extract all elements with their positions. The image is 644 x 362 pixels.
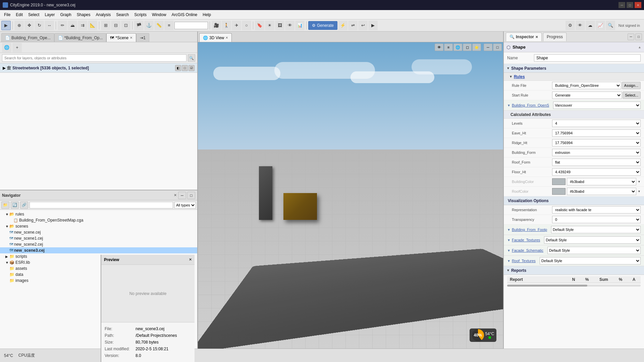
orbit-mode-btn[interactable]: ○ [242,21,251,30]
rule-tool[interactable]: 📏 [154,21,164,30]
settings-btn[interactable]: ⚙ [566,21,575,30]
insp-minimize-btn[interactable]: ─ [628,34,634,40]
scene-tab-close[interactable]: ✕ [130,36,132,40]
generate-button[interactable]: ⚙ Generate [308,21,337,30]
nav-item-scenes[interactable]: ▼ 📂 scenes [0,223,197,229]
nav-item-new-scene[interactable]: 🗺 new_scene.cej [0,229,197,235]
scene-settings-btn[interactable]: + [12,43,22,52]
nav-item-building-cga[interactable]: 📋 Building_From_OpenStreetMap.cga [0,217,197,223]
walk-mode-btn[interactable]: 🚶 [222,21,231,30]
menu-shapes[interactable]: Shapes [74,11,93,18]
facade-sch-collapse-icon[interactable]: ▼ [507,249,511,252]
navigator-close[interactable]: ✕ [174,193,177,197]
roof-form-dropdown[interactable]: flat [552,159,641,166]
gen-settings-btn[interactable]: ⚡ [338,21,347,30]
draw-tool[interactable]: ✏ [58,21,67,30]
building-footp-dropdown[interactable]: Default Style [551,226,641,233]
sun-btn[interactable]: ☀ [265,21,274,30]
calc-attrs-subsection[interactable]: Calculated Attributes [504,111,644,119]
3d-view-close[interactable]: ✕ [225,36,228,40]
building-collapse-icon[interactable]: ▼ [507,104,511,107]
close-button[interactable]: ✕ [635,2,641,8]
maximize-button[interactable]: □ [627,2,633,8]
select-button[interactable]: Select... [623,92,641,99]
rules-subsection[interactable]: ▼ Rules [504,73,644,81]
nav-item-rules[interactable]: ▼ 📂 rules [0,211,197,217]
view-bookmark-btn[interactable]: ⭐ [472,44,481,51]
tab-progress[interactable]: Progress [543,33,567,41]
nav-refresh-btn[interactable]: 🔄 [11,201,19,209]
navigator-filter-select[interactable]: All types [174,202,196,208]
scene-search-button[interactable]: 🔍 [188,54,195,62]
3d-view-content[interactable]: 👁 ≡ 🌐 ◻ ⭐ ─ □ 40% 54°C [198,42,503,349]
view-layer-btn[interactable]: ≡ [444,44,453,51]
sign-in-status[interactable]: Not signed in [616,23,643,27]
building-color-dropdown[interactable]: #b3babd [567,178,636,185]
fly-mode-btn[interactable]: ✈ [232,21,241,30]
cloud-btn[interactable]: ☁ [586,21,595,30]
tab-building-from-op[interactable]: 📄 *Building_From_Op... [54,33,107,42]
facade-textures-dropdown[interactable]: Default Style [544,236,641,244]
representation-dropdown[interactable]: realistic with facade te [552,206,641,214]
preview-close[interactable]: ✕ [189,257,192,262]
shape-params-header[interactable]: ▼ Shape Parameters [504,64,644,73]
nav-item-new-scene3[interactable]: 🗺 new_scene3.cej [0,247,197,253]
transparency-dropdown[interactable]: 0 [552,216,641,223]
bookmark-btn[interactable]: 🔖 [255,21,264,30]
tab-pinned[interactable]: ⇥1 [136,33,149,42]
roof-color-swatch[interactable] [552,188,566,195]
facade-schematic-dropdown[interactable]: Default Style [547,247,641,254]
menu-select[interactable]: Select [25,11,42,18]
menu-analysis[interactable]: Analysis [93,11,113,18]
select-tool[interactable]: ▶ [1,21,11,30]
nav-item-new-scene2[interactable]: 🗺 new_scene2.cej [0,241,197,247]
snap-tool[interactable]: ⊞ [101,21,110,30]
eave-ht-dropdown[interactable]: 17.756994 [552,129,641,137]
view-perspective-btn[interactable]: ◻ [463,44,472,51]
menu-scripts[interactable]: Scripts [131,11,149,18]
nav-item-new-scene1[interactable]: 🗺 new_scene1.cej [0,235,197,241]
render-btn[interactable]: 🖼 [275,21,284,30]
view-bg-btn[interactable]: 🌐 [453,44,462,51]
tab-building-from-ope[interactable]: 📄 Building_From_Ope... [1,33,54,42]
ridge-ht-dropdown[interactable]: 17.756994 [552,139,641,146]
scale-tool[interactable]: ↔ [45,21,54,30]
menu-file[interactable]: File [1,11,13,18]
facade-tex-collapse-icon[interactable]: ▼ [507,238,511,242]
rotate-tool[interactable]: ↻ [35,21,44,30]
undo-btn[interactable]: ↩ [358,21,368,30]
layer-vis-btn[interactable]: 👁 [285,21,294,30]
attr-tool[interactable]: ≡ [164,21,174,30]
tab-inspector[interactable]: 🔍 Inspector ✕ [506,33,542,41]
reports-header[interactable]: ▼ Reports [504,266,644,275]
rule-file-dropdown[interactable]: Building_From_OpenStree [552,82,621,89]
scene-add-btn[interactable]: 🌐 [2,43,11,52]
insp-maximize-btn[interactable]: □ [635,34,642,40]
report-btn[interactable]: 📊 [295,21,305,30]
layer-lock-toggle[interactable]: ☑ [189,65,195,71]
scroll-up-icon[interactable]: ▲ [638,45,641,49]
nav-expand-btn[interactable]: □ [187,192,195,199]
play-btn[interactable]: ▶ [368,21,378,30]
terrain-tool[interactable]: ⛰ [68,21,77,30]
move-tool[interactable]: ⊕ [14,21,24,30]
roof-color-dropdown[interactable]: #b3babd [567,188,636,195]
menu-arcgis[interactable]: ArcGIS Online [169,11,200,18]
gen-all-btn[interactable]: ⇌ [348,21,358,30]
floor-ht-dropdown[interactable]: 4.439249 [552,168,641,176]
view-camera-btn[interactable]: 👁 [435,44,443,51]
nav-collapse-btn[interactable]: ─ [178,192,186,199]
nav-folder-btn[interactable]: 📁 [1,201,9,209]
camera-mode-btn[interactable]: 🎥 [212,21,221,30]
name-input[interactable] [534,54,641,62]
view-max-btn[interactable]: □ [493,44,502,51]
layer-vis-toggle[interactable]: ◧ [175,65,181,71]
align-tool[interactable]: ⊟ [111,21,120,30]
landmark-tool[interactable]: 🏴 [134,21,144,30]
assign-button[interactable]: Assign... [622,82,641,89]
road-tool[interactable]: ⇉ [78,21,87,30]
menu-window[interactable]: Window [149,11,169,18]
tab-3d-view[interactable]: 🌐 3D View ✕ [199,33,232,42]
building-dropdown[interactable]: Vancouver [553,102,641,109]
menu-search[interactable]: Search [113,11,131,18]
